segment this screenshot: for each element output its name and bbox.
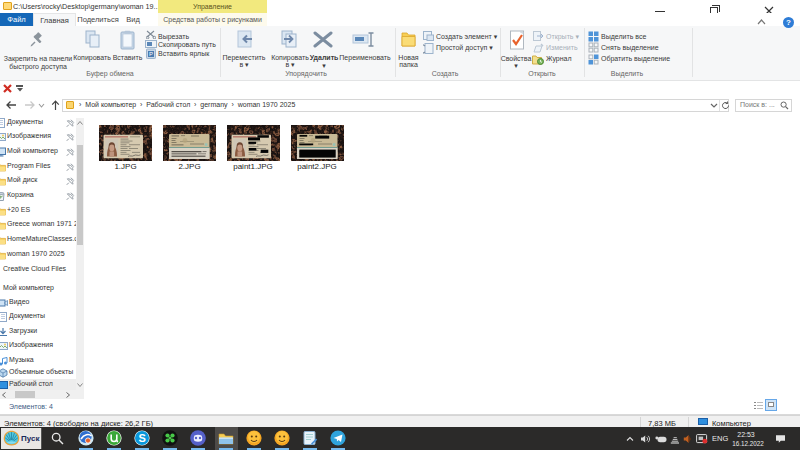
- svg-text:S: S: [139, 432, 146, 444]
- svg-text:P: P: [149, 51, 153, 57]
